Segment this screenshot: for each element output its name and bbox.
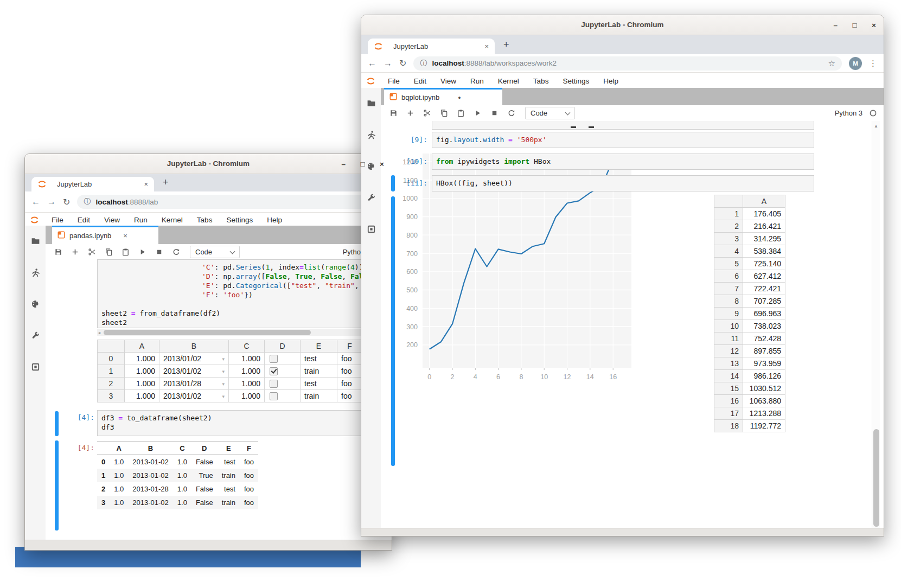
menu-item-view[interactable]: View xyxy=(433,77,463,85)
restart-kernel-button[interactable] xyxy=(168,248,184,256)
output-collapser-bar[interactable] xyxy=(55,440,59,531)
add-cell-button[interactable] xyxy=(402,109,419,117)
sheet-row-header[interactable]: 9 xyxy=(714,308,743,320)
horizontal-scrollbar[interactable]: ◂ xyxy=(97,329,392,336)
sheet-cell[interactable]: 1.000 xyxy=(125,390,159,402)
sheet-cell[interactable]: 1213.288 xyxy=(743,407,785,420)
copy-cells-button[interactable] xyxy=(100,248,117,256)
sheet-checkbox-cell[interactable] xyxy=(265,378,301,390)
info-icon[interactable]: ⓘ xyxy=(420,59,427,68)
sheet-row-header[interactable]: 6 xyxy=(714,270,743,283)
restart-kernel-button[interactable] xyxy=(503,109,520,117)
browser-tab[interactable]: JupyterLab × xyxy=(368,39,495,54)
run-cell-button[interactable] xyxy=(469,109,486,117)
run-cell-button[interactable] xyxy=(134,248,151,256)
sheet-row-header[interactable]: 7 xyxy=(714,283,743,295)
sheet-row-header[interactable]: 8 xyxy=(714,295,743,308)
code-cell[interactable]: df3 = to_dataframe(sheet2)df3 xyxy=(97,410,392,436)
minimize-button[interactable]: – xyxy=(834,21,838,29)
sheet-cell[interactable]: 1.000 xyxy=(125,353,159,365)
sheet-cell[interactable]: foo xyxy=(337,365,362,378)
reload-icon[interactable]: ↻ xyxy=(63,197,70,207)
dropdown-caret-icon[interactable]: ▾ xyxy=(222,381,225,387)
close-button[interactable]: × xyxy=(872,21,876,29)
menu-item-file[interactable]: File xyxy=(381,77,407,85)
sheet-row-header[interactable]: 5 xyxy=(714,258,743,270)
maximize-button[interactable]: □ xyxy=(853,21,857,29)
sheet-col-header[interactable] xyxy=(98,340,125,353)
scroll-left-icon[interactable]: ◂ xyxy=(98,330,100,335)
sheet-row-header[interactable]: 1 xyxy=(714,208,743,220)
file-browser-folder-icon[interactable] xyxy=(31,237,40,248)
sheet-row-header[interactable]: 4 xyxy=(714,245,743,258)
sheet-row-header[interactable]: 11 xyxy=(714,333,743,345)
url-bar[interactable]: ⓘ localhost:8888/lab/workspaces/work2 ☆ xyxy=(413,56,842,71)
extension-square-icon[interactable] xyxy=(31,362,40,374)
sheet-cell[interactable]: 752.428 xyxy=(743,333,785,345)
scroll-up-icon[interactable]: ▲ xyxy=(874,124,878,129)
sheet-col-header[interactable]: D xyxy=(265,340,301,353)
sheet-row-header[interactable]: 3 xyxy=(714,233,743,245)
titlebar[interactable]: JupyterLab - Chromium – □ × xyxy=(361,15,884,35)
reload-icon[interactable]: ↻ xyxy=(399,58,406,68)
sheet-row-header[interactable]: 13 xyxy=(714,357,743,370)
sheet-col-header[interactable]: A xyxy=(125,340,159,353)
sheet-cell[interactable]: 538.384 xyxy=(743,245,785,258)
sheet-checkbox-cell[interactable] xyxy=(265,365,301,378)
palette-icon[interactable] xyxy=(31,299,40,311)
sheet-cell[interactable]: foo xyxy=(337,390,362,402)
new-tab-button[interactable]: + xyxy=(163,177,169,188)
tab-close-icon[interactable]: × xyxy=(144,180,148,188)
url-bar[interactable]: ⓘ localhost:8888/lab ☆ xyxy=(77,195,385,209)
close-button[interactable]: × xyxy=(380,160,384,168)
sheet-cell[interactable]: 973.959 xyxy=(743,357,785,370)
wrench-icon[interactable] xyxy=(31,331,40,342)
save-button[interactable] xyxy=(50,248,67,256)
sheet-cell[interactable]: 738.023 xyxy=(743,320,785,333)
sheet-date-cell[interactable]: 2013/01/02▾ xyxy=(159,365,229,378)
sheet-cell[interactable]: 696.963 xyxy=(743,308,785,320)
menu-item-kernel[interactable]: Kernel xyxy=(155,216,190,224)
sheet-cell[interactable]: 1.000 xyxy=(229,390,265,402)
back-icon[interactable]: ← xyxy=(368,59,376,68)
forward-icon[interactable]: → xyxy=(384,59,392,68)
sheet-row-header[interactable]: 12 xyxy=(714,345,743,357)
info-icon[interactable]: ⓘ xyxy=(84,197,91,207)
dropdown-caret-icon[interactable]: ▾ xyxy=(222,394,225,399)
stop-kernel-button[interactable] xyxy=(486,109,503,117)
sheet-cell[interactable]: 1030.512 xyxy=(743,382,785,395)
doc-tab-bqplot[interactable]: bqplot.ipynb ● xyxy=(384,88,502,105)
sheet-date-cell[interactable]: 2013/01/02▾ xyxy=(159,390,229,402)
cell-type-dropdown[interactable]: Code xyxy=(190,246,240,258)
new-tab-button[interactable]: + xyxy=(503,39,509,50)
sheet-row-header[interactable]: 2 xyxy=(98,378,125,390)
sheet-cell[interactable]: test xyxy=(301,353,337,365)
sheet-cell[interactable]: 176.405 xyxy=(743,208,785,220)
sheet-row-header[interactable]: 17 xyxy=(714,407,743,420)
add-cell-button[interactable] xyxy=(67,248,84,256)
running-man-icon[interactable] xyxy=(367,130,376,142)
sheet-cell[interactable]: 725.140 xyxy=(743,258,785,270)
stop-kernel-button[interactable] xyxy=(151,248,168,256)
browser-tab[interactable]: JupyterLab × xyxy=(31,177,154,191)
sheet-cell[interactable]: 897.855 xyxy=(743,345,785,357)
menu-item-kernel[interactable]: Kernel xyxy=(491,77,526,85)
sheet-col-header[interactable]: F xyxy=(337,340,362,353)
output-collapser-bar[interactable] xyxy=(391,196,395,466)
code-cell[interactable]: HBox((fig, sheet)) xyxy=(432,175,814,191)
menu-item-file[interactable]: File xyxy=(44,216,71,224)
paste-cells-button[interactable] xyxy=(452,109,469,117)
menu-item-edit[interactable]: Edit xyxy=(71,216,97,224)
sheet-cell[interactable]: 1.000 xyxy=(229,378,265,390)
code-cell[interactable]: 'C': pd.Series(1, index=list(range(4)),'… xyxy=(97,259,392,328)
avatar[interactable]: M xyxy=(849,57,862,70)
doc-tab-pandas[interactable]: pandas.ipynb × xyxy=(52,226,158,244)
sheet-row-header[interactable]: 2 xyxy=(714,220,743,233)
save-button[interactable] xyxy=(385,109,402,117)
active-cell-bar[interactable] xyxy=(391,175,395,191)
wrench-icon[interactable] xyxy=(367,193,376,204)
checkbox[interactable] xyxy=(270,367,278,375)
sheet-row-header[interactable]: 16 xyxy=(714,395,743,407)
sheet-cell[interactable]: test xyxy=(301,378,337,390)
maximize-button[interactable]: □ xyxy=(361,160,365,168)
